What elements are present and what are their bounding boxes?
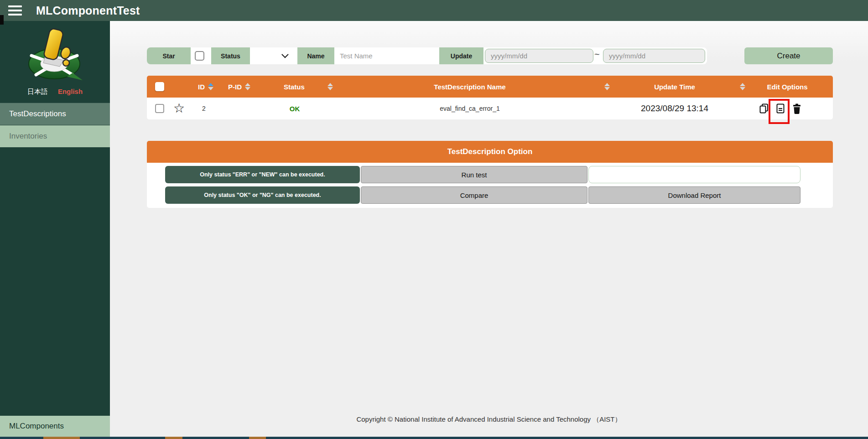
app-logo [0,21,110,84]
sort-icon-name[interactable] [604,83,610,90]
app-title: MLComponentTest [36,4,140,17]
sidebar-item-inventories[interactable]: Inventories [0,125,110,147]
compare-note: Only status "OK" or "NG" can be executed… [165,186,360,204]
report-placeholder-box [588,166,800,183]
top-bar: MLComponentTest [0,0,868,21]
window-edge-artifact [0,15,4,25]
column-status[interactable]: Status [284,76,333,98]
cell-update-time: 2023/08/29 13:14 [641,98,708,119]
run-test-note: Only status "ERR" or "NEW" can be execut… [165,166,360,183]
status-filter-select[interactable] [250,47,294,64]
date-range-separator: ~ [594,49,600,60]
delete-trash-icon[interactable] [791,103,803,114]
column-edit-options: Edit Options [767,76,807,98]
star-toggle[interactable]: ☆ [173,98,185,119]
cell-id: 2 [202,98,206,119]
cell-name: eval_find_ca_error_1 [440,98,500,119]
language-switcher: 日本語 English [0,88,110,96]
status-filter-label: Status [211,47,250,64]
star-filter-label: Star [147,47,191,64]
sort-icon-update-time-wrap [737,76,745,98]
status-ok-badge: OK [290,105,300,113]
sidebar: 日本語 English TestDescriptions Inventories [0,21,110,437]
sidebar-item-mlcomponents[interactable]: MLComponents [0,416,110,437]
options-panel-header: TestDescription Option [147,141,833,163]
sort-icon-name-wrap [601,76,610,98]
star-filter-checkbox[interactable] [195,51,204,61]
cell-edit-options [758,98,803,119]
create-button[interactable]: Create [744,47,833,64]
cell-status: OK [290,98,300,119]
compare-button[interactable]: Compare [361,186,587,204]
download-report-button[interactable]: Download Report [588,186,800,204]
row-checkbox[interactable] [155,104,164,113]
bottom-window-strip [0,437,868,439]
column-update-time[interactable]: Update Time [654,76,695,98]
run-test-button[interactable]: Run test [361,166,587,183]
update-filter-label: Update [439,47,483,64]
table-row: ☆ 2 OK eval_find_ca_error_1 2023/08/29 1… [147,98,833,119]
star-icon: ☆ [173,102,185,115]
column-id[interactable]: ID [198,76,213,98]
name-filter-input[interactable] [334,47,439,64]
update-date-to-input[interactable] [603,49,705,63]
sort-icon-pid[interactable] [245,83,250,90]
lang-japanese-link[interactable]: 日本語 [27,88,48,96]
copy-icon[interactable] [758,103,770,114]
lang-english-link[interactable]: English [58,88,83,95]
column-name[interactable]: TestDescription Name [434,76,505,98]
table-header: ID P-ID Status TestDescription Name Upda… [147,76,833,98]
sort-icon-update-time[interactable] [740,83,745,90]
filter-bar: Star Status Name Update ~ [147,47,707,64]
document-edit-icon[interactable] [774,103,786,114]
sidebar-item-testdescriptions[interactable]: TestDescriptions [0,103,110,125]
stamp-logo-icon [23,28,87,84]
sort-icon-status[interactable] [327,83,333,90]
column-pid[interactable]: P-ID [228,76,250,98]
update-date-from-input[interactable] [485,49,593,63]
select-all-checkbox[interactable] [155,82,164,91]
options-panel-body: Only status "ERR" or "NEW" can be execut… [147,163,833,208]
footer-copyright: Copyright © National Institute of Advanc… [110,410,868,429]
hamburger-menu-icon[interactable] [8,5,22,15]
name-filter-label: Name [297,47,334,64]
sort-icon-id[interactable] [208,83,213,90]
